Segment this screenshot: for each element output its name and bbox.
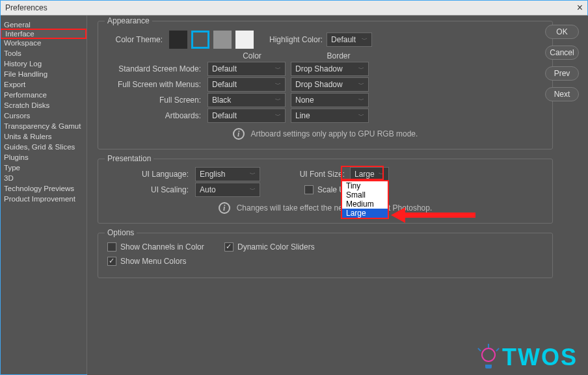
appearance-group: Appearance Color Theme: Highlight Color:…	[98, 21, 553, 149]
sidebar-item-product-improvement[interactable]: Product Improvement	[0, 194, 87, 204]
sidebar-item-type[interactable]: Type	[0, 162, 87, 173]
chevron-down-icon: ﹀	[358, 65, 364, 73]
ok-button[interactable]: OK	[545, 25, 579, 39]
ui-font-size-highlight-box	[341, 166, 384, 180]
sidebar-item-tools[interactable]: Tools	[0, 48, 87, 58]
presentation-title: Presentation	[105, 154, 154, 163]
presentation-group: Presentation UI Language: English﹀ UI Fo…	[98, 159, 553, 224]
sidebar-item-3d[interactable]: 3D	[0, 173, 87, 183]
ui-font-size-label: UI Font Size:	[265, 170, 350, 179]
ui-font-option-small[interactable]: Small	[342, 190, 388, 200]
titlebar: Preferences ×	[0, 0, 588, 16]
ui-language-label: UI Language:	[107, 170, 195, 179]
show-channels-checkbox[interactable]	[107, 242, 116, 252]
sidebar-item-transparency[interactable]: Transparency & Gamut	[0, 121, 87, 131]
show-menu-colors-label: Show Menu Colors	[120, 257, 186, 266]
sidebar-item-file-handling[interactable]: File Handling	[0, 69, 87, 79]
close-icon[interactable]: ×	[577, 2, 583, 14]
chevron-down-icon: ﹀	[250, 186, 256, 194]
show-channels-label: Show Channels in Color	[120, 242, 204, 252]
color-theme-swatch-darkest[interactable]	[169, 31, 187, 49]
chevron-down-icon: ﹀	[275, 96, 281, 105]
color-theme-swatch-lightest[interactable]	[235, 31, 254, 49]
artboards-color-select[interactable]: Default﹀	[207, 109, 286, 123]
full-screen-border-select[interactable]: None﹀	[291, 93, 369, 107]
sidebar-item-units-rulers[interactable]: Units & Rulers	[0, 131, 87, 142]
chevron-down-icon: ﹀	[358, 112, 364, 120]
column-header-border: Border	[298, 51, 379, 60]
full-screen-label: Full Screen:	[107, 96, 207, 105]
standard-screen-color-select[interactable]: Default﹀	[207, 62, 286, 76]
ui-font-option-large[interactable]: Large	[342, 209, 388, 218]
dynamic-sliders-label: Dynamic Color Sliders	[237, 242, 315, 252]
standard-screen-border-select[interactable]: Drop Shadow﹀	[291, 62, 369, 76]
sidebar-item-plugins[interactable]: Plugins	[0, 152, 87, 162]
info-icon: i	[219, 202, 230, 214]
prev-button[interactable]: Prev	[545, 66, 579, 81]
chevron-down-icon: ﹀	[275, 112, 281, 120]
full-screen-color-select[interactable]: Black﹀	[207, 93, 286, 107]
sidebar: General Interface Workspace Tools Histor…	[0, 16, 87, 375]
full-menus-color-select[interactable]: Default﹀	[207, 77, 286, 92]
ui-font-size-dropdown[interactable]: Tiny Small Medium Large	[341, 180, 389, 219]
column-header-color: Color	[211, 51, 293, 60]
next-button[interactable]: Next	[545, 87, 579, 101]
color-theme-label: Color Theme:	[107, 35, 169, 44]
ui-font-option-medium[interactable]: Medium	[342, 200, 388, 209]
ui-scaling-select[interactable]: Auto﹀	[195, 183, 260, 197]
dynamic-sliders-checkbox[interactable]	[224, 242, 234, 252]
annotation-arrow	[404, 213, 475, 218]
full-menus-border-select[interactable]: Drop Shadow﹀	[291, 77, 369, 92]
sidebar-item-cursors[interactable]: Cursors	[0, 110, 87, 121]
chevron-down-icon: ﹀	[275, 65, 281, 73]
chevron-down-icon: ﹀	[275, 81, 281, 89]
ui-language-select[interactable]: English﹀	[195, 167, 260, 181]
ui-font-option-tiny[interactable]: Tiny	[342, 181, 388, 190]
options-title: Options	[105, 228, 137, 237]
color-theme-swatch-dark[interactable]	[191, 31, 209, 49]
highlight-color-label: Highlight Color:	[269, 35, 323, 44]
sidebar-item-export[interactable]: Export	[0, 79, 87, 90]
chevron-down-icon: ﹀	[358, 81, 364, 89]
highlight-color-select[interactable]: Default﹀	[327, 32, 372, 47]
chevron-down-icon: ﹀	[250, 170, 256, 179]
scale-ui-checkbox[interactable]	[304, 185, 314, 194]
sidebar-item-tech-previews[interactable]: Technology Previews	[0, 183, 87, 194]
show-menu-colors-checkbox[interactable]	[107, 257, 116, 266]
sidebar-item-performance[interactable]: Performance	[0, 90, 87, 100]
ui-scaling-label: UI Scaling:	[107, 185, 195, 194]
cancel-button[interactable]: Cancel	[545, 45, 579, 60]
chevron-down-icon: ﹀	[362, 36, 368, 44]
artboards-label: Artboards:	[107, 111, 207, 120]
standard-screen-label: Standard Screen Mode:	[107, 64, 207, 73]
color-theme-swatch-light[interactable]	[213, 31, 232, 49]
appearance-title: Appearance	[105, 16, 152, 25]
appearance-info-text: Artboard settings only apply to GPU RGB …	[251, 129, 418, 138]
sidebar-item-workspace[interactable]: Workspace	[0, 38, 87, 48]
chevron-down-icon: ﹀	[358, 96, 364, 105]
presentation-info-left: Changes will take effect the nex	[237, 203, 347, 213]
lightbulb-icon	[480, 346, 497, 369]
info-icon: i	[233, 128, 245, 140]
sidebar-item-history-log[interactable]: History Log	[0, 58, 87, 69]
options-group: Options Show Channels in Color Dynamic C…	[98, 233, 553, 278]
highlight-color-value: Default	[331, 35, 356, 44]
sidebar-item-scratch-disks[interactable]: Scratch Disks	[0, 100, 87, 110]
full-menus-label: Full Screen with Menus:	[107, 80, 207, 89]
sidebar-item-guides-grid[interactable]: Guides, Grid & Slices	[0, 142, 87, 152]
window-title: Preferences	[5, 3, 47, 12]
logo-text: TWOS	[502, 344, 578, 371]
watermark-logo: TWOS	[480, 344, 578, 371]
artboards-border-select[interactable]: Line﹀	[291, 109, 369, 123]
